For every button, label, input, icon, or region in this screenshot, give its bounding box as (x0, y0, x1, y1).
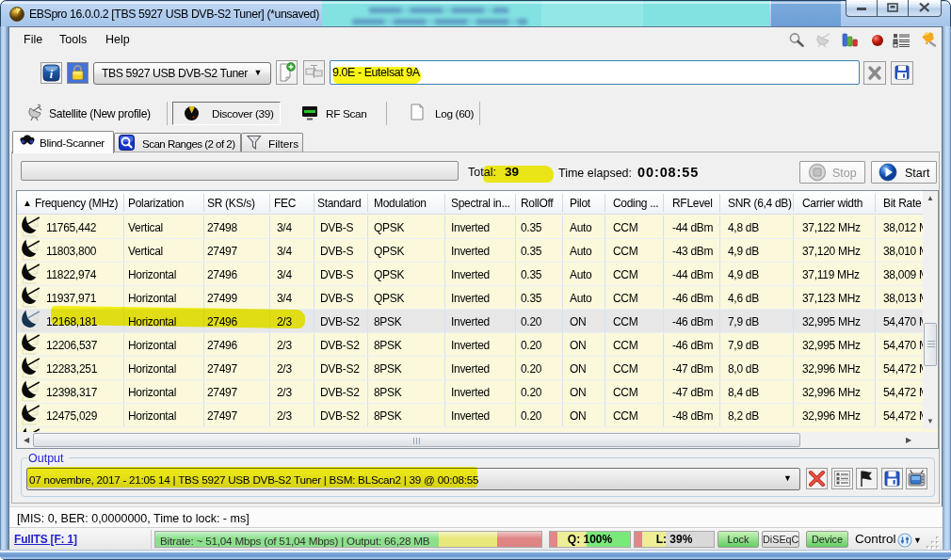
svg-text:i: i (50, 67, 54, 81)
